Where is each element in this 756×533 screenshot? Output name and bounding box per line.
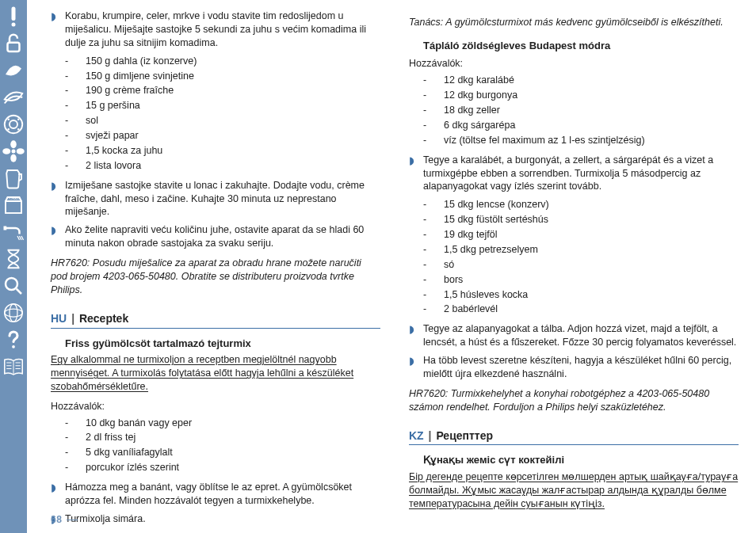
svg-point-13 [17,148,25,154]
svg-point-6 [17,119,20,121]
leaf2-icon [0,84,27,111]
svg-point-18 [5,304,23,322]
hu-section-title: Receptek [79,312,128,325]
list-item: 1,5 húsleves kocka [423,288,739,302]
list-item: víz (töltse fel maximum az 1 l-es szintj… [423,134,739,147]
page-number: 68 [51,514,78,525]
hu2-step-1: Tegye a karalábét, a burgonyát, a zeller… [409,154,739,194]
kz-section-heading: KZ | Рецепттер [409,428,739,446]
list-item: 150 g dimljene svinjetine [65,70,380,83]
list-item: 18 dkg zeller [423,104,739,117]
hr-step-3: Ako želite napraviti veću količinu juhe,… [51,223,380,250]
hu2-step-3: Ha több levest szeretne készíteni, hagyj… [409,354,739,381]
svg-point-1 [12,23,16,27]
fan-icon [0,138,27,165]
hr-note: HR7620: Posudu miješalice za aparat za o… [51,257,380,297]
leaf-icon [0,57,27,84]
svg-rect-0 [12,7,16,21]
page-number-value: 68 [51,514,62,525]
hu-recipe2-title: Tápláló zöldségleves Budapest módra [423,39,739,53]
list-item: svježi papar [65,129,380,143]
svg-point-11 [10,154,17,162]
list-item: bors [423,273,739,287]
question-icon [0,326,27,353]
list-item: 12 dkg burgonya [423,89,739,102]
svg-point-8 [17,128,20,131]
list-item: 5 dkg vaníliafagylalt [65,446,380,459]
hourglass-icon [0,246,27,272]
right-column: Tanács: A gyümölcsturmixot más kedvenc g… [409,10,739,523]
tap-icon [0,219,27,246]
hu-ingredients: 10 dkg banán vagy eper 2 dl friss tej 5 … [51,417,380,475]
icon-sidebar: STORAGE [0,0,27,533]
hu-ingredients-label: Hozzávalók: [51,400,380,413]
kz-section-title: Рецепттер [436,429,493,442]
hr-step-2: Izmiješane sastojke stavite u lonac i za… [51,179,380,219]
svg-point-20 [10,304,17,322]
svg-point-5 [8,119,10,121]
list-item: 190 g crème fraîche [65,84,380,97]
hu2-ingredients-2: 15 dkg lencse (konzerv) 15 dkg füstölt s… [409,198,739,316]
list-item: 19 dkg tejföl [423,228,739,242]
list-item: 1,5 kocka za juhu [65,144,380,158]
separator: | [429,429,432,442]
lock-icon [0,30,27,57]
list-item: só [423,258,739,272]
svg-text:STORAGE: STORAGE [6,197,21,200]
list-item: 15 g peršina [65,99,380,112]
globe-icon [0,299,27,326]
svg-rect-2 [8,43,20,51]
svg-point-19 [5,309,23,317]
list-item: 12 dkg karalábé [423,74,739,87]
list-item: 150 g dahla (iz konzerve) [65,55,380,68]
left-column: Korabu, krumpire, celer, mrkve i vodu st… [51,10,380,523]
hu-section-heading: HU | Receptek [51,311,380,329]
kz-lang-code: KZ [409,429,424,442]
list-item: 15 dkg lencse (konzerv) [423,198,739,211]
list-item: sol [65,114,380,128]
svg-point-17 [6,278,17,290]
svg-point-10 [10,140,17,148]
hr-ingredients-1: 150 g dahla (iz konzerve) 150 g dimljene… [51,55,380,173]
svg-rect-14 [6,201,21,213]
kz-warning: Бір дегенде рецепте көрсетілген мөлшерде… [409,470,739,511]
separator: | [71,312,74,325]
svg-point-7 [8,128,10,131]
hu-warning: Egy alkalommal ne turmixoljon a receptbe… [51,353,380,394]
jug-icon [0,165,27,192]
hu2-ingredients-label: Hozzávalók: [409,57,739,70]
list-item: porcukor ízlés szerint [65,461,380,474]
magnify-icon [0,272,27,299]
hu2-step-2: Tegye az alapanyagokat a tálba. Adjon ho… [409,322,739,349]
svg-point-9 [12,150,16,154]
list-item: 2 babérlevél [423,303,739,316]
list-item: 15 dkg füstölt sertéshús [423,213,739,227]
list-item: 6 dkg sárgarépa [423,119,739,132]
hu-recipe1-title: Friss gyümölcsöt tartalmazó tejturmix [65,337,380,351]
hu2-ingredients-1: 12 dkg karalábé 12 dkg burgonya 18 dkg z… [409,74,739,147]
list-item: 2 dl friss tej [65,431,380,444]
hr-step-1: Korabu, krumpire, celer, mrkve i vodu st… [51,10,380,50]
svg-rect-16 [4,227,7,230]
svg-point-12 [2,148,10,154]
hu-lang-code: HU [51,312,67,325]
hu-step-2: Turmixolja simára. [51,512,380,526]
washer-icon [0,111,27,138]
content-area: Korabu, krumpire, celer, mrkve i vodu st… [27,0,756,533]
svg-point-4 [10,120,17,128]
storage-box-icon: STORAGE [0,192,27,219]
svg-point-3 [5,116,23,134]
list-item: 1,5 dkg petrezselyem [423,243,739,257]
exclaim-icon [0,3,27,30]
list-item: 2 lista lovora [65,159,380,173]
hu2-note: HR7620: Turmixkehelyhet a konyhai robotg… [409,387,739,414]
list-item: 10 dkg banán vagy eper [65,417,380,430]
kz-recipe1-title: Құнақы жеміс сүт коктейілі [423,453,739,467]
hu-step-1: Hámozza meg a banánt, vagy öblítse le az… [51,481,380,508]
svg-point-21 [12,345,15,348]
book-icon [0,353,27,380]
hu-tip: Tanács: A gyümölcsturmixot más kedvenc g… [409,16,739,29]
